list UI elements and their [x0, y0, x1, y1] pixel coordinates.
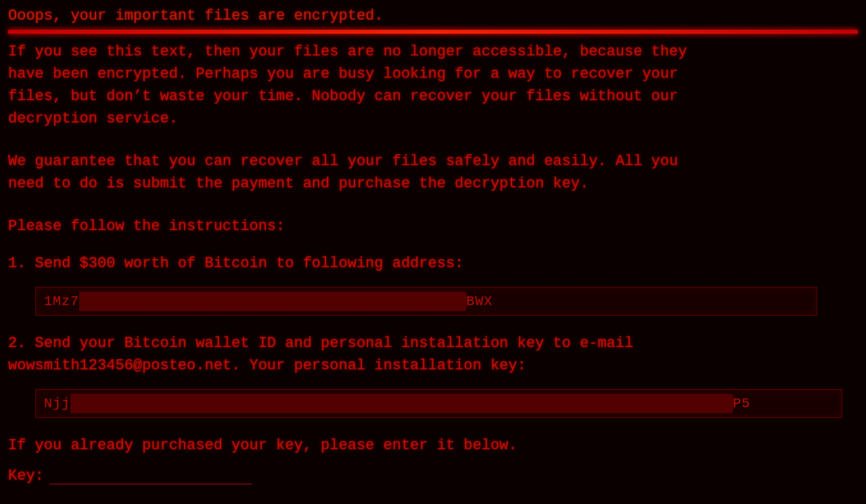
key-entry-line: Key: [8, 465, 858, 487]
key-input[interactable] [49, 467, 252, 484]
instructions-header: Please follow the instructions: [8, 215, 858, 237]
already-purchased-text: If you already purchased your key, pleas… [8, 434, 858, 457]
bitcoin-address-bar: 1Mz7████████████████████████████████████… [35, 287, 817, 316]
title-line: Ooops, your important files are encrypte… [8, 5, 858, 27]
red-divider-bar [8, 30, 858, 34]
key-redacted: ████████████████████████████████████████… [70, 394, 733, 413]
address-redacted: ████████████████████████████████████████… [79, 292, 466, 311]
step1-label: 1. Send $300 worth of Bitcoin to followi… [8, 252, 858, 275]
paragraph2: We guarantee that you can recover all yo… [8, 150, 858, 195]
paragraph1: If you see this text, then your files ar… [8, 41, 858, 130]
step2-label: 2. Send your Bitcoin wallet ID and perso… [8, 332, 858, 377]
installation-key-bar: Njj█████████████████████████████████████… [35, 389, 842, 418]
key-label: Key: [8, 465, 44, 487]
